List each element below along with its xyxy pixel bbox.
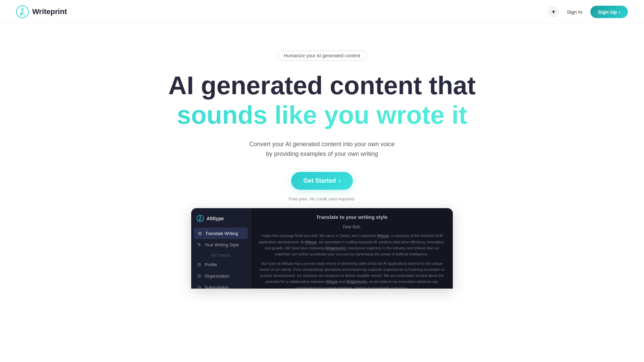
altitype-highlight-2: Altitype [305,240,317,244]
sidebar-item-organization[interactable]: ⊙ Organization [191,270,251,282]
get-started-button[interactable]: Get Started › [291,172,353,190]
sidebar-writing-style-label: Your Writing Style [205,242,239,247]
settings-section-label: SETTINGS [191,250,251,259]
nav-right: ☀ Sign In Sign Up › [548,6,628,18]
hero-badge: Humanize your AI generated content [277,51,366,61]
email-body: I hope this message finds you well. My n… [258,233,445,289]
widgetworks-highlight-1: Widgetworks' [325,246,347,250]
profile-icon: ⊙ [197,262,202,267]
hero-subtitle: Convert your AI generated content into y… [13,139,631,159]
free-plan-note: Free plan. No credit card required. [13,196,631,201]
hero-section: Humanize your AI generated content AI ge… [0,24,644,309]
sidebar-logo-row: Altitype [191,214,251,228]
email-paragraph-2: Our team at Altitype has a proven track … [258,260,445,289]
widgetworks-highlight-2: Widgetworks [346,280,367,284]
preview-sidebar: Altitype ⊙ Translate Writing ✎ Your Writ… [191,208,251,289]
logo-area: Writeprint [16,5,67,18]
content-header: Translate to your writing style [258,214,445,220]
sidebar-profile-label: Profile [205,262,217,267]
cta-arrow-icon: › [339,177,341,184]
sign-in-button[interactable]: Sign In [567,9,583,15]
preview-content: Translate to your writing style Dear Bob… [251,208,453,289]
hero-title-line2: sounds like you wrote it [13,100,631,130]
sign-up-button[interactable]: Sign Up › [590,6,628,18]
email-paragraph-1: I hope this message finds you well. My n… [258,233,445,257]
writing-style-icon: ✎ [197,242,202,247]
get-started-label: Get Started [303,177,336,184]
hero-subtitle-line1: Convert your AI generated content into y… [249,141,394,147]
sidebar-item-profile[interactable]: ⊙ Profile [191,259,251,270]
hero-title-line1: AI generated content that [13,71,631,100]
translate-icon: ⊙ [197,231,203,236]
sidebar-item-translate-writing[interactable]: ⊙ Translate Writing [194,228,248,239]
sidebar-subscription-label: Subscription [205,285,229,289]
logo-text: Writeprint [32,7,67,16]
app-preview: Altitype ⊙ Translate Writing ✎ Your Writ… [191,208,453,289]
sidebar-organization-label: Organization [205,274,229,279]
arrow-icon: › [619,9,621,15]
sidebar-item-subscription[interactable]: ⊙ Subscription [191,282,251,289]
theme-toggle-button[interactable]: ☀ [548,6,559,17]
hero-subtitle-line2: by providing examples of your own writin… [266,150,378,157]
logo-icon [16,5,29,18]
sign-up-label: Sign Up [598,9,617,15]
navbar: Writeprint ☀ Sign In Sign Up › [0,0,644,24]
organization-icon: ⊙ [197,273,202,279]
sidebar-logo-icon [197,215,204,222]
sidebar-translate-label: Translate Writing [205,231,238,236]
altitype-highlight-3: Altitype [326,280,338,284]
cta-area: Get Started › Free plan. No credit card … [13,172,631,201]
altitype-highlight-1: Altitype [377,234,389,238]
email-greeting: Dear Bob, [258,225,445,229]
sun-icon: ☀ [551,9,556,15]
sidebar-item-your-writing-style[interactable]: ✎ Your Writing Style [191,239,251,250]
sidebar-brand: Altitype [207,216,224,221]
subscription-icon: ⊙ [197,285,202,289]
